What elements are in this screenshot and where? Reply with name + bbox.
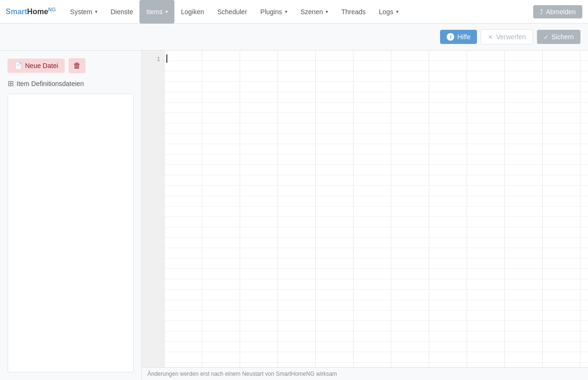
nav-item-dienste-label: Dienste [111, 8, 133, 16]
footer-text: Änderungen werden erst nach einem Neusta… [147, 371, 337, 377]
neue-datei-icon: 📄 [14, 62, 22, 69]
chevron-down-icon: ▾ [95, 9, 97, 14]
nav-item-logs[interactable]: Logs ▾ [372, 0, 405, 24]
toolbar: i Hilfe ✕ Verwerfen ✓ Sichern [0, 24, 588, 51]
abmelden-button[interactable]: ⤴ Abmelden [533, 5, 582, 18]
check-icon: ✓ [544, 34, 549, 41]
hilfe-label: Hilfe [457, 33, 470, 41]
verwerfen-button[interactable]: ✕ Verwerfen [481, 29, 533, 44]
brand-home: Home [27, 8, 48, 16]
nav-item-plugins[interactable]: Plugins ▾ [254, 0, 294, 24]
editor-container[interactable]: 1 [142, 51, 588, 367]
editor-content[interactable] [164, 51, 588, 367]
nav-item-system[interactable]: System ▾ [63, 0, 104, 24]
chevron-down-icon: ▾ [165, 9, 168, 14]
nav-item-threads-label: Threads [341, 8, 365, 16]
nav-item-logiken[interactable]: Logiken [174, 0, 211, 24]
sidebar-tree-content[interactable] [8, 94, 134, 372]
line-numbers: 1 [142, 51, 164, 367]
chevron-down-icon: ▾ [285, 9, 287, 14]
editor-cursor [166, 54, 167, 63]
editor-footer: Änderungen werden erst nach einem Neusta… [142, 367, 588, 380]
nav-item-dienste[interactable]: Dienste [104, 0, 139, 24]
neue-datei-label: Neue Datei [25, 62, 58, 69]
nav-items: System ▾ Dienste Items ▾ Logiken Schedul… [63, 0, 405, 24]
sichern-button[interactable]: ✓ Sichern [537, 30, 580, 44]
brand: SmartHomeNG [6, 7, 56, 16]
editor-area: 1 Änderungen werden erst nach einem Neus… [142, 51, 588, 380]
nav-item-logs-label: Logs [379, 8, 393, 16]
info-icon: i [447, 33, 454, 41]
trash-icon: 🗑 [73, 61, 81, 70]
abmelden-icon: ⤴ [540, 8, 543, 16]
navbar: SmartHomeNG System ▾ Dienste Items ▾ Log… [0, 0, 588, 24]
content-area: i Hilfe ✕ Verwerfen ✓ Sichern 📄 Neue Dat… [0, 24, 588, 380]
sidebar: 📄 Neue Datei 🗑 ⊞ Item Definitionsdateien [0, 51, 142, 380]
nav-item-items[interactable]: Items ▾ [139, 0, 174, 24]
tree-label-text: Item Definitionsdateien [17, 80, 84, 87]
abmelden-label: Abmelden [546, 8, 576, 16]
chevron-down-icon: ▾ [396, 9, 398, 14]
nav-item-threads[interactable]: Threads [335, 0, 372, 24]
verwerfen-label: Verwerfen [496, 33, 526, 41]
line-number-1: 1 [142, 54, 164, 65]
main-layout: 📄 Neue Datei 🗑 ⊞ Item Definitionsdateien… [0, 51, 588, 380]
neue-datei-button[interactable]: 📄 Neue Datei [8, 59, 65, 73]
nav-item-scheduler[interactable]: Scheduler [211, 0, 254, 24]
sichern-label: Sichern [552, 33, 574, 41]
delete-button[interactable]: 🗑 [69, 58, 86, 73]
brand-smart: Smart [6, 8, 27, 16]
nav-item-items-label: Items [146, 8, 162, 16]
tree-icon: ⊞ [8, 79, 14, 88]
nav-item-system-label: System [70, 8, 92, 16]
sidebar-actions: 📄 Neue Datei 🗑 [8, 58, 134, 73]
hilfe-button[interactable]: i Hilfe [440, 30, 477, 44]
chevron-down-icon: ▾ [326, 9, 328, 14]
nav-item-scheduler-label: Scheduler [217, 8, 247, 16]
sidebar-tree-label: ⊞ Item Definitionsdateien [8, 79, 134, 88]
nav-item-logiken-label: Logiken [181, 8, 204, 16]
nav-item-szenen[interactable]: Szenen ▾ [294, 0, 335, 24]
brand-ng: NG [48, 7, 56, 12]
nav-item-plugins-label: Plugins [260, 8, 282, 16]
nav-item-szenen-label: Szenen [301, 8, 323, 16]
x-icon: ✕ [488, 34, 493, 41]
